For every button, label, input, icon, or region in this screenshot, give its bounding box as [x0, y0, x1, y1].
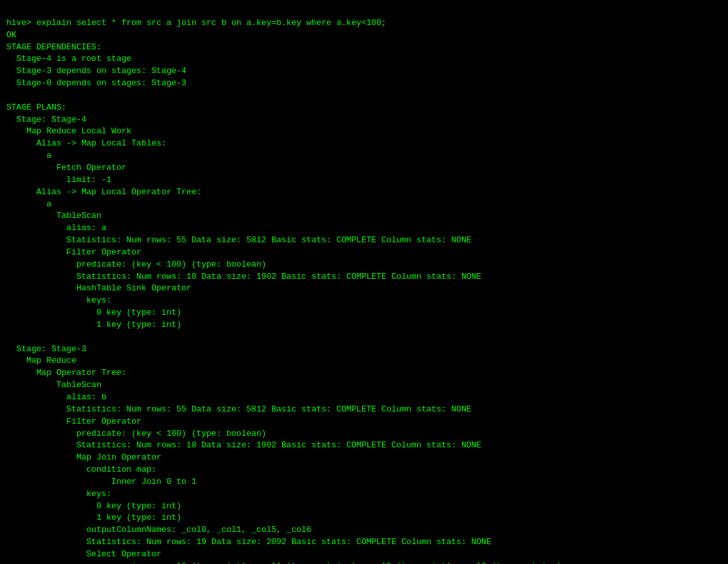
line-select-op: Select Operator — [6, 549, 161, 559]
line-stage-deps-header: STAGE DEPENDENCIES: — [6, 42, 101, 52]
line-alias-b: alias: b — [6, 392, 106, 402]
line-hashtable-sink: HashTable Sink Operator — [6, 283, 192, 293]
line-map-op-tree: Map Operator Tree: — [6, 368, 126, 377]
line-output-cols: outputColumnNames: _col0, _col1, _col5, … — [6, 525, 311, 535]
line-stage3: Stage: Stage-3 — [6, 344, 87, 354]
line-stats1: Statistics: Num rows: 55 Data size: 5812… — [6, 235, 472, 245]
line-map-reduce-local: Map Reduce Local Work — [6, 126, 131, 136]
line-predicate1: predicate: (key < 100) (type: boolean) — [6, 260, 267, 269]
line-key1-2: 1 key (type: int) — [6, 513, 181, 522]
terminal-content: hive> explain select * from src a join s… — [6, 18, 561, 564]
line-predicate2: predicate: (key < 100) (type: boolean) — [6, 429, 267, 438]
line-key1-1: 1 key (type: int) — [6, 320, 181, 329]
line-key0-1: 0 key (type: int) — [6, 308, 181, 317]
line-stats5: Statistics: Num rows: 19 Data size: 2092… — [6, 537, 492, 547]
line-command: hive> explain select * from src a join s… — [6, 18, 386, 28]
line-limit: limit: -1 — [6, 175, 112, 185]
line-stage3-dep: Stage-3 depends on stages: Stage-4 — [6, 66, 186, 76]
line-filter-op2: Filter Operator — [6, 417, 142, 426]
line-alias-a2: a — [6, 199, 51, 209]
terminal-window: hive> explain select * from src a join s… — [0, 0, 728, 564]
line-expressions: expressions: _col0 (type: int), _col1 (t… — [6, 561, 561, 564]
line-tablescan1: TableScan — [6, 211, 101, 220]
line-inner-join: Inner Join 0 to 1 — [6, 477, 196, 486]
line-alias-a3: alias: a — [6, 223, 106, 233]
line-ok: OK — [6, 30, 17, 40]
line-key0-2: 0 key (type: int) — [6, 501, 181, 511]
line-tablescan2: TableScan — [6, 380, 101, 390]
line-stats4: Statistics: Num rows: 18 Data size: 1902… — [6, 440, 481, 450]
line-fetch-operator: Fetch Operator — [6, 163, 126, 172]
line-map-join-op: Map Join Operator — [6, 452, 161, 462]
line-stage4-root: Stage-4 is a root stage — [6, 54, 131, 63]
line-stats3: Statistics: Num rows: 55 Data size: 5812… — [6, 404, 472, 414]
line-alias-local-tables: Alias -> Map Local Tables: — [6, 138, 167, 148]
line-stage-plans: STAGE PLANS: — [6, 103, 67, 112]
line-keys1-header: keys: — [6, 295, 112, 305]
line-stats2: Statistics: Num rows: 18 Data size: 1902… — [6, 272, 481, 281]
line-filter-op1: Filter Operator — [6, 247, 142, 257]
line-alias-local-op-tree: Alias -> Map Local Operator Tree: — [6, 187, 201, 197]
line-stage0-dep: Stage-0 depends on stages: Stage-3 — [6, 78, 186, 88]
line-alias-a1: a — [6, 151, 51, 160]
line-keys2-header: keys: — [6, 489, 112, 499]
line-map-reduce: Map Reduce — [6, 356, 76, 365]
line-condition-map: condition map: — [6, 465, 156, 474]
line-stage4: Stage: Stage-4 — [6, 115, 87, 124]
